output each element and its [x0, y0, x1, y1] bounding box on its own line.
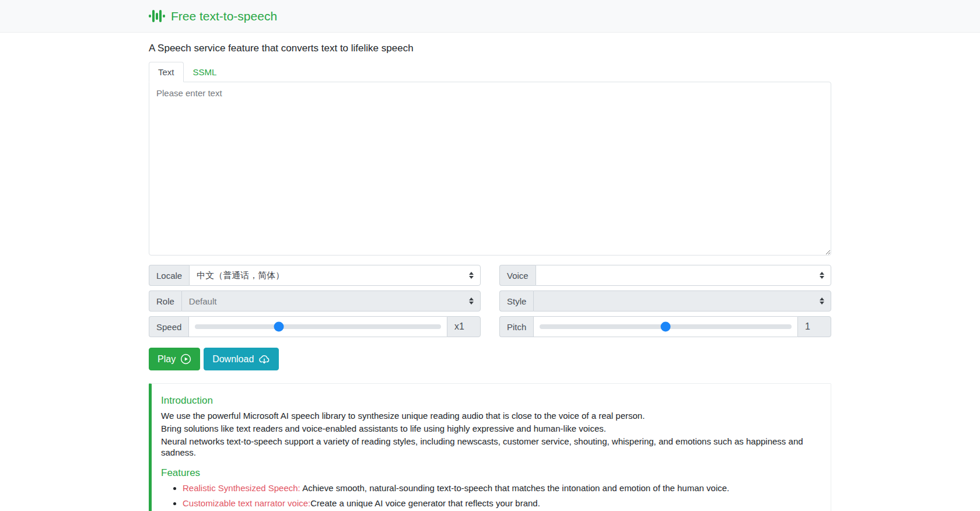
role-group: Role Default — [149, 290, 481, 312]
introduction-paragraph: Neural networks text-to-speech support a… — [161, 436, 821, 459]
select-caret-icon — [820, 272, 824, 279]
pitch-slider-track[interactable] — [540, 324, 792, 329]
introduction-paragraph: We use the powerful Microsoft AI speech … — [161, 410, 821, 422]
introduction-paragraph: Bring solutions like text readers and vo… — [161, 423, 821, 435]
speed-label: Speed — [149, 316, 188, 337]
download-button-label: Download — [212, 354, 254, 365]
feature-text: Create a unique AI voice generator that … — [310, 498, 540, 508]
speed-slider-track[interactable] — [195, 324, 441, 329]
locale-group: Locale 中文（普通话，简体） — [149, 265, 481, 286]
brand: Free text-to-speech — [149, 9, 831, 24]
feature-item: Realistic Synthesized Speech: Achieve sm… — [183, 482, 821, 494]
style-select — [533, 290, 831, 312]
locale-label: Locale — [149, 265, 189, 286]
voice-group: Voice — [499, 265, 831, 286]
play-button[interactable]: Play — [149, 348, 200, 370]
features-heading: Features — [161, 467, 821, 479]
text-input-area[interactable] — [149, 82, 831, 256]
voice-select[interactable] — [536, 265, 831, 286]
introduction-heading: Introduction — [161, 395, 821, 407]
pitch-group: Pitch 1 — [499, 316, 831, 337]
style-group: Style — [499, 290, 831, 312]
feature-text: Achieve smooth, natural-sounding text-to… — [302, 483, 729, 493]
play-circle-icon — [180, 354, 191, 365]
select-caret-icon — [469, 272, 474, 279]
speed-slider-thumb[interactable] — [274, 322, 284, 332]
pitch-slider-thumb[interactable] — [661, 322, 671, 332]
top-header-bar: Free text-to-speech — [0, 0, 980, 33]
tab-text[interactable]: Text — [149, 62, 184, 82]
page-subtitle: A Speech service feature that converts t… — [149, 43, 831, 54]
feature-label: Customizable text narrator voice: — [183, 498, 310, 508]
cloud-download-icon — [258, 354, 270, 365]
pitch-slider[interactable] — [533, 316, 797, 337]
editor-tabs: Text SSML — [149, 62, 831, 82]
voice-label: Voice — [499, 265, 536, 286]
info-panel: Introduction We use the powerful Microso… — [149, 383, 831, 511]
select-caret-icon — [820, 298, 824, 304]
locale-selected-value: 中文（普通话，简体） — [197, 270, 284, 281]
role-label: Role — [149, 290, 181, 312]
role-selected-value: Default — [189, 296, 217, 306]
locale-select[interactable]: 中文（普通话，简体） — [189, 265, 481, 286]
play-button-label: Play — [158, 354, 176, 365]
feature-item: Customizable text narrator voice:Create … — [183, 498, 821, 509]
pitch-value: 1 — [797, 316, 831, 337]
features-list: Realistic Synthesized Speech: Achieve sm… — [161, 482, 821, 511]
download-button[interactable]: Download — [204, 348, 279, 370]
waveform-icon — [149, 9, 165, 24]
speed-value: x1 — [447, 316, 481, 337]
app-title: Free text-to-speech — [171, 9, 277, 23]
role-select: Default — [181, 290, 481, 312]
select-caret-icon — [469, 298, 474, 304]
tab-ssml[interactable]: SSML — [184, 62, 226, 82]
style-label: Style — [499, 290, 533, 312]
feature-label: Realistic Synthesized Speech: — [183, 483, 302, 493]
speed-slider[interactable] — [188, 316, 447, 337]
speed-group: Speed x1 — [149, 316, 481, 337]
voice-settings: Locale 中文（普通话，简体） Voice Role Default Sty… — [149, 265, 831, 337]
pitch-label: Pitch — [499, 316, 533, 337]
action-buttons: Play Download — [149, 348, 831, 370]
